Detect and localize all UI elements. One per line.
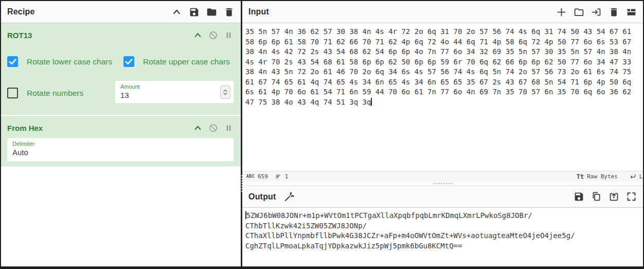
pop-out-icon[interactable] bbox=[609, 191, 619, 202]
encoding-icon[interactable]: Tt bbox=[577, 173, 584, 180]
checkbox-label[interactable]: Rotate lower case chars bbox=[27, 57, 112, 66]
arg-rotate-numbers[interactable]: Rotate numbers bbox=[7, 88, 83, 98]
output-line: CghZTqlLPmoaLpkaTqjYDpkazwkJiz5pWj5pmk6b… bbox=[245, 241, 643, 251]
maximise-output-icon[interactable] bbox=[626, 191, 637, 202]
checkbox-label[interactable]: Rotate numbers bbox=[27, 89, 83, 98]
clear-recipe-icon[interactable] bbox=[224, 7, 235, 18]
text-cursor bbox=[371, 98, 372, 106]
copy-output-icon[interactable] bbox=[591, 191, 602, 202]
input-line: 35 5n 57 4n 36 62 57 30 38 4n 4s 4r 72 2… bbox=[245, 27, 643, 37]
output-line: CThaXllbPllYnpmbfllbPwk4G38JCZr+aFp+m4oO… bbox=[245, 231, 643, 241]
breakpoint-pause-icon[interactable] bbox=[224, 123, 234, 133]
line-count-icon bbox=[275, 173, 282, 180]
input-line: 61 67 74 65 61 4q 74 65 4s 34 6n 65 4s 3… bbox=[245, 77, 643, 88]
output-header: Output bbox=[242, 186, 643, 208]
input-header: Input bbox=[242, 1, 643, 23]
encoding-value[interactable]: Raw Bytes bbox=[587, 173, 618, 180]
operation-title: From Hex bbox=[7, 124, 43, 132]
char-count-icon: ABC bbox=[246, 174, 255, 179]
number-spinner[interactable] bbox=[220, 86, 230, 99]
input-line: 38 4n 43 5n 72 2o 61 46 70 2o 6q 34 6s 4… bbox=[245, 67, 643, 77]
tab-layout-icon[interactable] bbox=[626, 7, 637, 18]
io-column: Input 35 5n 57 4n 36 62 57 30 38 4n 4s 4… bbox=[242, 1, 643, 266]
open-folder-icon[interactable] bbox=[574, 7, 584, 18]
recipe-list: ROT13 Rotate lower case chars Rotate upp… bbox=[1, 23, 241, 266]
char-count: 659 bbox=[258, 173, 268, 180]
add-tab-icon[interactable] bbox=[556, 7, 567, 18]
line-count: 1 bbox=[285, 173, 289, 180]
open-file-icon[interactable] bbox=[591, 7, 602, 18]
checkbox-unchecked-icon[interactable] bbox=[7, 88, 18, 98]
collapse-icon[interactable] bbox=[193, 30, 203, 40]
cyberchef-app: Recipe ROT13 bbox=[0, 0, 644, 269]
spinner-down-icon[interactable] bbox=[223, 92, 228, 95]
checkbox-label[interactable]: Rotate upper case chars bbox=[143, 57, 230, 66]
delimiter-select[interactable]: Delimiter Auto bbox=[7, 138, 234, 161]
delimiter-label: Delimiter bbox=[12, 141, 229, 147]
checkbox-checked-icon[interactable] bbox=[123, 56, 134, 67]
io-resize-handle[interactable] bbox=[242, 181, 643, 186]
arg-rotate-lower[interactable]: Rotate lower case chars bbox=[7, 56, 112, 67]
clear-io-icon[interactable] bbox=[609, 7, 619, 18]
output-title: Output bbox=[248, 192, 276, 201]
save-recipe-icon[interactable] bbox=[189, 7, 200, 18]
collapse-icon[interactable] bbox=[193, 123, 203, 133]
column-resize-handle[interactable] bbox=[241, 1, 242, 266]
arg-rotate-upper[interactable]: Rotate upper case chars bbox=[123, 56, 230, 67]
breakpoint-pause-icon[interactable] bbox=[224, 30, 234, 40]
output-line: 5ZWJ6bW08JONr+m1p+WVtOm1tPCTgaXllaXpqbfp… bbox=[246, 211, 532, 220]
operation-rot13[interactable]: ROT13 Rotate lower case chars Rotate upp… bbox=[1, 23, 241, 115]
recipe-title: Recipe bbox=[7, 7, 35, 16]
operation-from-hex[interactable]: From Hex Delimiter Auto bbox=[1, 116, 241, 166]
recipe-header: Recipe bbox=[1, 1, 241, 23]
eol-value[interactable]: LF bbox=[639, 173, 643, 180]
recipe-pane: Recipe ROT13 bbox=[1, 1, 241, 266]
checkbox-checked-icon[interactable] bbox=[7, 56, 18, 67]
input-title: Input bbox=[248, 7, 269, 16]
input-line: 47 75 38 4o 43 4q 74 51 3q 3q bbox=[245, 98, 371, 106]
output-line: CThbTllKzwk42i5ZW05ZWJ8JONp/ bbox=[245, 221, 643, 231]
operation-title: ROT13 bbox=[7, 31, 32, 40]
amount-value[interactable]: 13 bbox=[120, 91, 229, 99]
input-line: 58 6p 6p 61 58 70 71 62 66 70 71 62 4p 6… bbox=[245, 37, 643, 47]
input-line: 4s 4r 70 2s 43 54 68 61 58 6p 6p 62 50 6… bbox=[245, 57, 643, 68]
magic-wand-icon[interactable] bbox=[283, 191, 295, 203]
drag-dots-icon bbox=[433, 183, 452, 184]
eol-return-icon[interactable] bbox=[629, 173, 636, 180]
delimiter-value[interactable]: Auto bbox=[12, 148, 229, 157]
chevron-up-icon[interactable] bbox=[171, 7, 182, 18]
input-textarea[interactable]: 35 5n 57 4n 36 62 57 30 38 4n 4s 4r 72 2… bbox=[242, 23, 643, 171]
load-recipe-icon[interactable] bbox=[206, 7, 217, 18]
disable-icon[interactable] bbox=[208, 123, 218, 133]
input-line: 6s 61 4p 70 6o 61 54 71 6n 59 44 70 6o 6… bbox=[245, 87, 643, 97]
save-output-icon[interactable] bbox=[574, 191, 584, 202]
input-line: 38 4n 4s 42 72 2s 43 54 68 62 54 6p 6p 4… bbox=[245, 47, 643, 57]
output-textarea[interactable]: 5ZWJ6bW08JONr+m1p+WVtOm1tPCTgaXllaXpqbfp… bbox=[242, 208, 643, 266]
amount-label: Amount bbox=[120, 83, 229, 90]
disable-icon[interactable] bbox=[208, 30, 218, 40]
input-status-bar: ABC 659 1 Tt Raw Bytes LF bbox=[242, 171, 643, 181]
amount-field[interactable]: Amount 13 bbox=[115, 81, 234, 103]
